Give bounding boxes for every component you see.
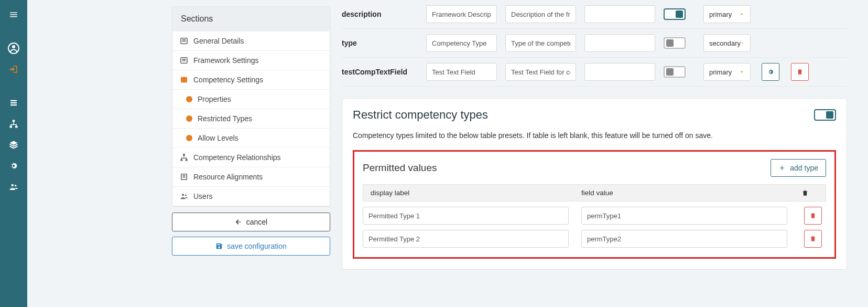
field-toggle[interactable] bbox=[664, 66, 686, 78]
permitted-display-input[interactable] bbox=[363, 207, 569, 225]
head-delete-icon bbox=[792, 189, 818, 197]
permitted-value-input[interactable] bbox=[581, 207, 787, 225]
sidebar-item-label: Resource Alignments bbox=[193, 173, 263, 181]
permitted-title: Permitted values bbox=[363, 162, 437, 174]
svg-rect-7 bbox=[15, 126, 18, 128]
cancel-button[interactable]: cancel bbox=[172, 213, 330, 231]
permitted-table-head: display label field value bbox=[363, 184, 826, 202]
field-priority-select[interactable]: secondary bbox=[703, 34, 751, 52]
nav-users-icon[interactable] bbox=[0, 176, 27, 197]
field-priority-select[interactable]: primary bbox=[703, 5, 751, 23]
plus-icon bbox=[778, 164, 786, 172]
permitted-row bbox=[363, 202, 826, 225]
save-button-label: save configuration bbox=[227, 242, 287, 250]
restrict-panel: Restrict competency types Competency typ… bbox=[342, 98, 847, 270]
field-settings-button[interactable] bbox=[762, 63, 779, 81]
svg-rect-15 bbox=[186, 159, 188, 161]
svg-point-8 bbox=[12, 184, 14, 187]
field-label-input[interactable] bbox=[426, 5, 497, 23]
field-row-type: type secondary bbox=[342, 29, 847, 58]
field-desc-input[interactable] bbox=[505, 34, 576, 52]
permitted-values-box: Permitted values add type display label … bbox=[353, 150, 836, 259]
svg-rect-4 bbox=[10, 104, 17, 105]
sections-panel: Sections General Details Framework Setti… bbox=[172, 6, 330, 206]
svg-point-18 bbox=[185, 194, 187, 196]
svg-point-9 bbox=[15, 185, 16, 186]
sidebar-item-competency-settings[interactable]: Competency Settings bbox=[172, 70, 330, 89]
field-extra-input[interactable] bbox=[584, 34, 655, 52]
restrict-desc: Competency types limited to the below ta… bbox=[353, 131, 836, 140]
sidebar-item-general-details[interactable]: General Details bbox=[172, 31, 330, 50]
nav-layers-icon[interactable] bbox=[0, 134, 27, 155]
sidebar-item-label: General Details bbox=[193, 37, 244, 45]
fields-table: description primary type bbox=[342, 0, 847, 87]
gear-icon bbox=[767, 68, 774, 76]
sidebar-item-label: Users bbox=[193, 192, 213, 200]
sidebar-item-label: Allow Levels bbox=[198, 134, 238, 142]
permitted-display-input[interactable] bbox=[363, 230, 569, 248]
field-priority-select[interactable]: primary bbox=[703, 63, 751, 81]
svg-point-1 bbox=[12, 45, 15, 48]
field-toggle[interactable] bbox=[664, 37, 686, 49]
permitted-delete-button[interactable] bbox=[804, 230, 822, 248]
svg-rect-2 bbox=[10, 100, 17, 101]
permitted-delete-button[interactable] bbox=[804, 207, 822, 225]
user-icon[interactable] bbox=[0, 38, 27, 59]
sidebar-item-resource-alignments[interactable]: Resource Alignments bbox=[172, 167, 330, 186]
add-type-button[interactable]: add type bbox=[771, 159, 826, 177]
sidebar-item-label: Framework Settings bbox=[193, 56, 258, 65]
menu-icon[interactable] bbox=[0, 4, 27, 25]
svg-rect-6 bbox=[10, 126, 13, 128]
bullet-icon bbox=[186, 96, 192, 102]
save-icon bbox=[215, 242, 223, 250]
permitted-value-input[interactable] bbox=[581, 230, 787, 248]
chevron-down-icon bbox=[741, 40, 745, 46]
head-display-label: display label bbox=[371, 189, 569, 197]
arrow-left-icon bbox=[235, 218, 242, 226]
svg-rect-5 bbox=[13, 120, 15, 122]
sidebar-item-competency-relationships[interactable]: Competency Relationships bbox=[172, 147, 330, 167]
nav-list-icon[interactable] bbox=[0, 92, 27, 113]
bullet-icon bbox=[186, 115, 192, 122]
field-delete-button[interactable] bbox=[791, 63, 809, 81]
field-label-input[interactable] bbox=[426, 34, 497, 52]
permitted-row bbox=[363, 225, 826, 248]
head-value-label: field value bbox=[581, 189, 779, 197]
save-button[interactable]: save configuration bbox=[172, 237, 330, 256]
sidebar-item-restricted-types[interactable]: Restricted Types bbox=[172, 109, 330, 128]
svg-rect-3 bbox=[10, 102, 17, 103]
svg-rect-12 bbox=[181, 77, 187, 83]
field-extra-input[interactable] bbox=[584, 63, 655, 81]
restrict-toggle[interactable] bbox=[814, 109, 836, 121]
field-toggle[interactable] bbox=[664, 8, 686, 20]
field-key: type bbox=[342, 39, 418, 47]
trash-icon bbox=[809, 212, 817, 219]
sidebar-item-framework-settings[interactable]: Framework Settings bbox=[172, 50, 330, 70]
add-type-label: add type bbox=[790, 164, 818, 172]
chevron-down-icon bbox=[739, 69, 745, 75]
svg-rect-14 bbox=[180, 159, 182, 161]
sidebar-item-label: Competency Relationships bbox=[193, 153, 281, 162]
select-value: secondary bbox=[709, 39, 741, 47]
chevron-down-icon bbox=[739, 11, 745, 17]
sidebar-item-users[interactable]: Users bbox=[172, 186, 330, 206]
vertical-nav bbox=[0, 0, 27, 307]
field-desc-input[interactable] bbox=[505, 5, 576, 23]
nav-gear-icon[interactable] bbox=[0, 155, 27, 176]
field-row-testcomp: testCompTextField primary bbox=[342, 58, 847, 87]
sidebar-item-allow-levels[interactable]: Allow Levels bbox=[172, 128, 330, 147]
field-row-description: description primary bbox=[342, 0, 847, 29]
sidebar-item-properties[interactable]: Properties bbox=[172, 89, 330, 109]
logout-icon[interactable] bbox=[0, 59, 27, 80]
field-extra-input[interactable] bbox=[584, 5, 655, 23]
select-value: primary bbox=[709, 10, 732, 18]
nav-hierarchy-icon[interactable] bbox=[0, 113, 27, 134]
field-key: testCompTextField bbox=[342, 68, 418, 76]
cancel-button-label: cancel bbox=[246, 218, 267, 226]
sidebar-item-label: Restricted Types bbox=[198, 114, 252, 123]
field-desc-input[interactable] bbox=[505, 63, 576, 81]
field-label-input[interactable] bbox=[426, 63, 497, 81]
sections-header: Sections bbox=[172, 7, 330, 31]
select-value: primary bbox=[709, 68, 732, 76]
restrict-title: Restrict competency types bbox=[353, 108, 488, 122]
